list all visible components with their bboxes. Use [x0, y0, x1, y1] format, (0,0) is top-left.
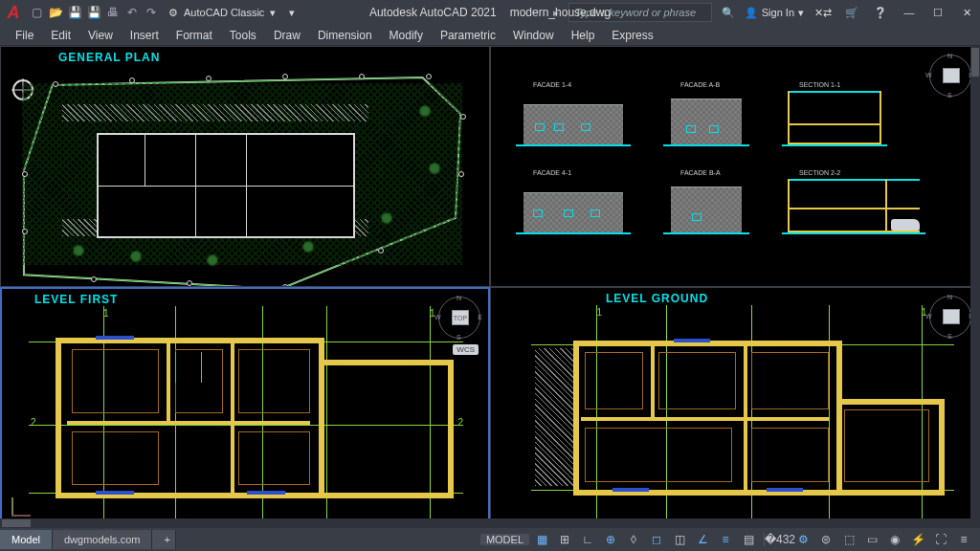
osnap-toggle-icon[interactable]: ◻ — [646, 531, 667, 548]
elevation-row-2: FACADE 4-1 FACADE B-A SECTION 2-2 — [516, 169, 925, 238]
wcs-badge: WCS — [453, 344, 479, 355]
chevron-down-icon: ▾ — [798, 7, 804, 19]
workspace-switcher[interactable]: ⚙ AutoCAD Classic ▾ ▾ — [168, 7, 295, 19]
drawing-area: GENERAL PLAN — [0, 46, 980, 528]
building-footprint — [97, 133, 355, 238]
grid-toggle-icon[interactable]: ▦ — [531, 531, 552, 548]
open-icon[interactable]: 📂 — [48, 5, 63, 20]
quick-properties-icon[interactable]: ▭ — [861, 531, 882, 548]
saveas-icon[interactable]: 💾 — [86, 5, 101, 20]
menu-view[interactable]: View — [80, 27, 121, 44]
workspace-label: AutoCAD Classic — [184, 7, 264, 18]
tab-layout-1[interactable]: dwgmodels.com — [53, 530, 152, 549]
otrack-toggle-icon[interactable]: ∠ — [692, 531, 713, 548]
facade-1-4: FACADE 1-4 — [516, 81, 631, 150]
menu-tools[interactable]: Tools — [222, 27, 264, 44]
viewport-label: LEVEL GROUND — [606, 292, 708, 305]
model-space-label[interactable]: MODEL — [480, 534, 529, 545]
viewport-general-plan[interactable]: GENERAL PLAN — [0, 46, 490, 287]
overflow-chevron-icon[interactable]: ▾ — [289, 7, 295, 19]
app-name: Autodesk AutoCAD 2021 — [369, 6, 497, 19]
save-icon[interactable]: 💾 — [67, 5, 82, 20]
layout-tabs: Model dwgmodels.com + — [0, 528, 480, 551]
menu-dimension[interactable]: Dimension — [310, 27, 380, 44]
site-plan — [14, 76, 470, 273]
quick-access-toolbar: ▢ 📂 💾 💾 🖶 ↶ ↷ — [29, 5, 159, 20]
chevron-down-icon: ▾ — [270, 7, 276, 19]
maximize-button[interactable]: ☐ — [928, 5, 947, 20]
hardware-accel-icon[interactable]: ⚡ — [907, 531, 928, 548]
menu-format[interactable]: Format — [168, 27, 220, 44]
exchange-icon[interactable]: ✕⇄ — [813, 5, 833, 20]
clean-screen-icon[interactable]: ⛶ — [930, 531, 951, 548]
menu-edit[interactable]: Edit — [43, 27, 78, 44]
menu-window[interactable]: Window — [505, 27, 562, 44]
viewport-label: LEVEL FIRST — [34, 293, 118, 306]
tab-model[interactable]: Model — [0, 530, 53, 549]
menu-draw[interactable]: Draw — [266, 27, 308, 44]
undo-icon[interactable]: ↶ — [124, 5, 140, 20]
facade-a-b: FACADE A-B — [663, 81, 749, 150]
viewport-label: GENERAL PLAN — [58, 51, 160, 64]
signin-button[interactable]: 👤 Sign In ▾ — [745, 7, 804, 19]
gear-icon: ⚙ — [168, 7, 178, 19]
customization-icon[interactable]: ≡ — [953, 531, 974, 548]
plot-icon[interactable]: 🖶 — [105, 5, 121, 20]
ortho-toggle-icon[interactable]: ∟ — [577, 531, 598, 548]
3dosnap-toggle-icon[interactable]: ◫ — [669, 531, 690, 548]
title-bar: A ▢ 📂 💾 💾 🖶 ↶ ↷ ⚙ AutoCAD Classic ▾ ▾ Au… — [0, 0, 980, 25]
menu-bar: File Edit View Insert Format Tools Draw … — [0, 25, 980, 46]
menu-insert[interactable]: Insert — [122, 27, 167, 44]
facade-b-a: FACADE B-A — [663, 169, 749, 238]
viewport-level-ground[interactable]: LEVEL GROUND N S E W 1 1 — [490, 287, 980, 528]
app-logo[interactable]: A — [4, 3, 23, 22]
section-1-1: SECTION 1-1 — [782, 81, 887, 150]
search-icon[interactable]: 🔍 — [722, 7, 735, 19]
ucs-icon — [8, 494, 34, 520]
section-2-2: SECTION 2-2 — [782, 169, 925, 238]
isolate-objects-icon[interactable]: ◉ — [884, 531, 905, 548]
status-toggles: MODEL ▦ ⊞ ∟ ⊕ ◊ ◻ ◫ ∠ ≡ ▤ �432 ⚙ ⊜ ⬚ ▭ ◉… — [480, 531, 980, 548]
isoplane-toggle-icon[interactable]: ◊ — [623, 531, 644, 548]
menu-modify[interactable]: Modify — [382, 27, 431, 44]
title-center: Autodesk AutoCAD 2021 modern_house.dwg — [369, 6, 611, 19]
view-cube[interactable]: N S E W — [929, 55, 971, 97]
menu-help[interactable]: Help — [564, 27, 603, 44]
close-button[interactable]: ✕ — [957, 5, 976, 20]
snap-toggle-icon[interactable]: ⊞ — [554, 531, 575, 548]
user-icon: 👤 — [745, 7, 758, 19]
floor-plan-first: 1 1 2 2 — [56, 327, 454, 507]
document-name: modern_house.dwg — [510, 6, 611, 19]
menu-express[interactable]: Express — [604, 27, 660, 44]
units-icon[interactable]: ⬚ — [838, 531, 859, 548]
viewport-level-first[interactable]: LEVEL FIRST TOP N S E W WCS 1 1 2 2 — [0, 287, 490, 528]
car-icon — [891, 219, 920, 231]
cart-icon[interactable]: 🛒 — [842, 5, 861, 20]
lineweight-toggle-icon[interactable]: ≡ — [715, 531, 736, 548]
transparency-toggle-icon[interactable]: ▤ — [738, 531, 759, 548]
minimize-button[interactable]: — — [900, 5, 919, 20]
vertical-scrollbar[interactable] — [970, 46, 980, 518]
polar-toggle-icon[interactable]: ⊕ — [600, 531, 621, 548]
menu-parametric[interactable]: Parametric — [433, 27, 503, 44]
signin-label: Sign In — [762, 7, 794, 18]
horizontal-scrollbar[interactable] — [0, 518, 980, 528]
annotation-scale-icon[interactable]: �432 — [769, 531, 791, 548]
annotation-monitor-icon[interactable]: ⊜ — [815, 531, 836, 548]
status-bar: Model dwgmodels.com + MODEL ▦ ⊞ ∟ ⊕ ◊ ◻ … — [0, 528, 980, 551]
menu-file[interactable]: File — [8, 27, 41, 44]
facade-4-1: FACADE 4-1 — [516, 169, 631, 238]
elevation-row-1: FACADE 1-4 FACADE A-B SECTION 1-1 — [516, 81, 887, 150]
redo-icon[interactable]: ↷ — [144, 5, 159, 20]
floor-plan-ground: 1 1 — [558, 326, 945, 508]
tab-add-button[interactable]: + — [152, 530, 176, 549]
title-right: ▸ Type a keyword or phrase 🔍 👤 Sign In ▾… — [553, 3, 976, 22]
viewport-elevations[interactable]: N S E W FACADE 1-4 FACADE A-B SECTION 1-… — [490, 46, 980, 287]
workspace-icon[interactable]: ⚙ — [792, 531, 813, 548]
new-icon[interactable]: ▢ — [29, 5, 44, 20]
help-icon[interactable]: ❔ — [871, 5, 890, 20]
